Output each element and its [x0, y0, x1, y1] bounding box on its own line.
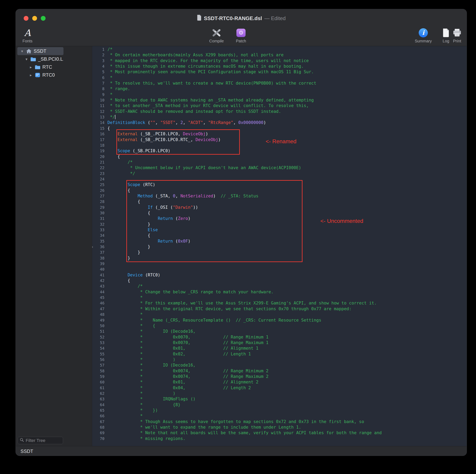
code-line[interactable]: 56 * )	[92, 357, 467, 362]
code-line[interactable]: 69 * Note that not all boards will be th…	[92, 430, 467, 436]
tree-item-rtc[interactable]: ▸RTC	[17, 63, 64, 71]
line-number: 20	[92, 154, 104, 159]
code-line[interactable]: 24	[92, 176, 467, 182]
code-line[interactable]: 5 * Most prominently seen around the PCI…	[92, 69, 467, 75]
chevron-down-icon[interactable]: ▾	[20, 49, 24, 53]
code-line[interactable]: 43 /*	[92, 283, 467, 289]
minimize-button[interactable]	[32, 16, 37, 21]
compile-button[interactable]: Compile	[204, 27, 229, 43]
zoom-button[interactable]	[41, 16, 46, 21]
code-line[interactable]: 51 * IO (Decode16,	[92, 329, 467, 334]
code-line[interactable]: 36 }	[92, 244, 467, 250]
line-number: 2	[92, 52, 104, 58]
filter-tree-input[interactable]: Filter Tree	[18, 437, 63, 444]
code-line[interactable]: 62 * )	[92, 391, 467, 396]
code-line[interactable]: 59 * 0x0074, // Range Maximum 2	[92, 374, 467, 379]
code-editor[interactable]: 1/*2 * On certain motherboards(mainly As…	[92, 46, 467, 446]
code-line[interactable]: 26 {	[92, 188, 467, 193]
code-line[interactable]: 64 * {8}	[92, 402, 467, 407]
code-line[interactable]: 3 * mapped in the RTC device. For the ma…	[92, 58, 467, 64]
tree-item-sb-pci0-l[interactable]: ▾_SB.PCI0.L...	[17, 55, 64, 63]
code-line[interactable]: 14DefinitionBlock ("", "SSDT", 2, "ACDT"…	[92, 120, 467, 125]
line-number: 62	[92, 391, 104, 396]
chevron-right-icon[interactable]: ▸	[29, 73, 33, 77]
code-line[interactable]: 12 * SSDT-AWAC should be removed and ins…	[92, 109, 467, 114]
code-line[interactable]: 58 * 0x0074, // Range Minimum 2	[92, 368, 467, 374]
code-line[interactable]: 33 Else	[92, 227, 467, 233]
code-line[interactable]: 52 * 0x0070, // Range Minimum 1	[92, 334, 467, 340]
code-line[interactable]: 67 * Though Asus seems to have forgotten…	[92, 419, 467, 424]
code-line[interactable]: 15{	[92, 126, 467, 131]
code-line[interactable]: 50 * {	[92, 323, 467, 329]
patch-button[interactable]: ⚙ Patch	[231, 27, 251, 43]
code-text: * 0x01, // Alignment 1	[107, 345, 258, 351]
code-line[interactable]: 42 {	[92, 278, 467, 283]
code-line[interactable]: 21 /*	[92, 159, 467, 165]
code-line[interactable]: 54 * 0x01, // Alignment 1	[92, 345, 467, 351]
code-line[interactable]: 7 * To resolve this, we'll want to creat…	[92, 80, 467, 86]
code-line[interactable]: 68 * we'll want to expand the range to i…	[92, 424, 467, 430]
code-line[interactable]: 28 {	[92, 199, 467, 204]
code-line[interactable]: 66 *	[92, 413, 467, 419]
code-line[interactable]: 29 If (_OSI ("Darwin"))	[92, 204, 467, 210]
code-line[interactable]: 20 {	[92, 154, 467, 159]
code-line[interactable]: 49 * Name (_CRS, ResourceTemplate () // …	[92, 317, 467, 323]
log-label: Log	[442, 39, 449, 43]
code-line[interactable]: 37 }	[92, 250, 467, 255]
code-line[interactable]: 65 * })	[92, 407, 467, 413]
code-line[interactable]: 32 }	[92, 221, 467, 227]
code-line[interactable]: 2 * On certain motherboards(mainly Asus …	[92, 52, 467, 58]
filter-placeholder: Filter Tree	[26, 438, 45, 443]
code-line[interactable]: 16 External (_SB_.PCI0.LPC0, DeviceObj)	[92, 131, 467, 137]
code-line[interactable]: 30 {	[92, 210, 467, 216]
tree-item-rtc0[interactable]: ▸RTC0	[17, 71, 64, 79]
code-line[interactable]: 57 * IO (Decode16,	[92, 362, 467, 368]
titlebar[interactable]: SSDT-RTC0-RANGE.dsl — Edited	[16, 9, 467, 27]
close-button[interactable]	[24, 16, 29, 21]
code-text: {	[107, 188, 130, 193]
code-line[interactable]: 27 Method (_STA, 0, NotSerialized) // _S…	[92, 193, 467, 199]
code-line[interactable]: 61 * 0x04, // Length 2	[92, 385, 467, 391]
code-line[interactable]: 31 Return (Zero)	[92, 216, 467, 221]
code-line[interactable]: 38 }	[92, 255, 467, 261]
code-line[interactable]: 55 * 0x02, // Length 1	[92, 351, 467, 357]
code-line[interactable]: 9 *	[92, 92, 467, 97]
fonts-button[interactable]: A Fonts	[18, 27, 36, 43]
code-line[interactable]: 60 * 0x01, // Alignment 2	[92, 379, 467, 385]
tree-item-ssdt[interactable]: ▾SSDT	[17, 47, 64, 55]
code-line[interactable]: 53 * 0x0070, // Range Maximum 1	[92, 340, 467, 345]
summary-button[interactable]: i Summary	[411, 27, 435, 43]
code-line[interactable]: 44 * Change the below _CRS range to matc…	[92, 289, 467, 295]
code-line[interactable]: 8 * range.	[92, 86, 467, 92]
code-line[interactable]: 39	[92, 261, 467, 267]
code-line[interactable]: 22 * Uncomment below if your ACPI doesn'…	[92, 165, 467, 170]
chevron-right-icon[interactable]: ▸	[29, 65, 33, 69]
code-line[interactable]: 10 * Note that due to AWAC systems havin…	[92, 97, 467, 103]
code-line[interactable]: 1/*	[92, 47, 467, 52]
code-line[interactable]: 47 * Within the original RTC device, we …	[92, 306, 467, 312]
code-text: */	[107, 171, 135, 176]
code-text: * 0x0070, // Range Minimum 1	[107, 334, 269, 340]
code-text: }	[107, 250, 140, 255]
line-number: 47	[92, 306, 104, 312]
code-line[interactable]: 45 *	[92, 295, 467, 300]
code-line[interactable]: 6 *	[92, 75, 467, 80]
code-line[interactable]: 25 Scope (RTC)	[92, 182, 467, 187]
line-number: 61	[92, 385, 104, 391]
code-line[interactable]: 35 Return (0x0F)	[92, 238, 467, 244]
code-line[interactable]: 23 */	[92, 171, 467, 176]
code-line[interactable]: 41 Device (RTC0)	[92, 272, 467, 278]
code-line[interactable]: 34 {	[92, 233, 467, 238]
print-button[interactable]: Print	[449, 27, 465, 43]
code-line[interactable]: 4 * this issue though in extreme circums…	[92, 64, 467, 69]
code-line[interactable]: 46 * For this example, we'll use the Asu…	[92, 300, 467, 306]
code-line[interactable]: 63 * IRQNoFlags ()	[92, 396, 467, 402]
code-line[interactable]: 40	[92, 267, 467, 272]
code-line[interactable]: 19 Scope (_SB.PCI0.LPC0)	[92, 148, 467, 154]
code-line[interactable]: 11 * to set another _STA method in your …	[92, 103, 467, 108]
chevron-down-icon[interactable]: ▾	[24, 57, 29, 62]
code-line[interactable]: 48 *	[92, 312, 467, 317]
code-line[interactable]: 13 */	[92, 114, 467, 120]
code-line[interactable]: 70 * missing regions.	[92, 436, 467, 441]
code-lines: 1/*2 * On certain motherboards(mainly As…	[92, 47, 467, 441]
